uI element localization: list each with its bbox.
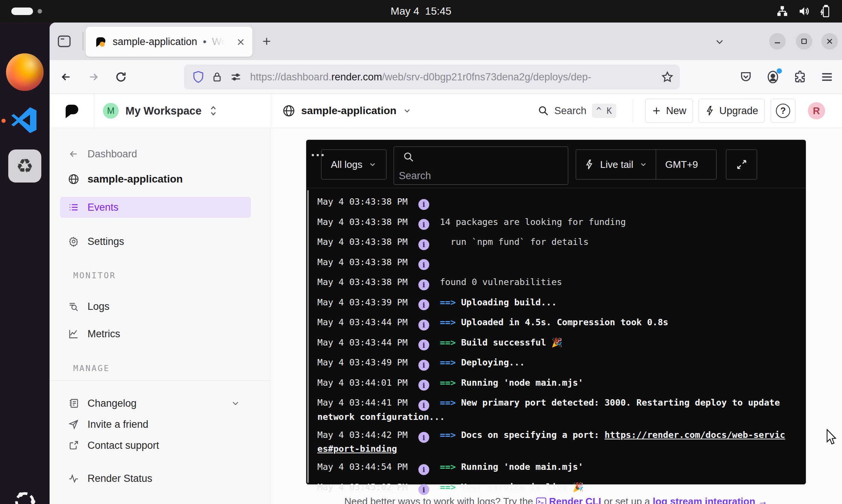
- log-entry[interactable]: May 4 03:43:44 PM i ==> Build successful…: [317, 337, 788, 351]
- account-avatar[interactable]: R: [808, 102, 825, 119]
- reload-button[interactable]: [112, 68, 130, 86]
- url-fade: [620, 67, 653, 87]
- log-entry[interactable]: May 4 03:43:49 PM i ==> Deploying...: [317, 356, 788, 371]
- help-button[interactable]: ?: [771, 99, 795, 123]
- chevron-up-down-icon: [208, 104, 218, 117]
- sidebar-item-contact-support[interactable]: Contact support: [60, 435, 251, 456]
- forward-button[interactable]: [85, 68, 102, 86]
- url-text[interactable]: https://dashboard.render.com/web/srv-d0b…: [250, 71, 680, 83]
- extensions-icon[interactable]: [792, 68, 808, 86]
- info-icon[interactable]: i: [418, 299, 429, 310]
- live-tail-dropdown[interactable]: Live tail GMT+9: [576, 149, 717, 180]
- log-arrow-prefix: ==>: [440, 337, 461, 348]
- info-icon[interactable]: i: [418, 432, 429, 443]
- vscode-icon[interactable]: [11, 106, 38, 134]
- log-entry[interactable]: May 4 03:44:54 PM i ==> Running 'node ma…: [317, 461, 788, 475]
- recycler-icon[interactable]: ♻: [8, 149, 41, 183]
- log-scrollbar[interactable]: [307, 190, 309, 483]
- sidebar-item-settings[interactable]: Settings: [60, 231, 251, 252]
- sidebar-service-title[interactable]: sample-application: [60, 169, 251, 190]
- log-footer: Need better ways to work with logs? Try …: [306, 496, 806, 504]
- url-bar[interactable]: https://dashboard.render.com/web/srv-d0b…: [184, 65, 680, 89]
- log-arrow-prefix: ==>: [440, 482, 461, 492]
- log-timestamp: May 4 03:43:38 PM: [317, 217, 408, 227]
- info-icon[interactable]: i: [418, 360, 429, 371]
- sidebar-item-events[interactable]: Events: [60, 197, 251, 218]
- new-tab-button[interactable]: [258, 33, 275, 50]
- info-icon[interactable]: i: [418, 279, 429, 290]
- info-icon[interactable]: i: [418, 219, 429, 230]
- system-clock[interactable]: May 4 15:45: [0, 0, 842, 23]
- firefox-view-button[interactable]: [56, 33, 73, 50]
- info-icon[interactable]: i: [418, 239, 429, 250]
- info-icon[interactable]: i: [418, 464, 429, 475]
- chevron-down-icon: [403, 106, 412, 115]
- tab-bar: sample-application • We: [50, 23, 842, 60]
- active-tab[interactable]: sample-application • We: [86, 27, 252, 57]
- log-entry[interactable]: May 4 03:44:41 PM i ==> New primary port…: [317, 397, 788, 423]
- permissions-icon[interactable]: [230, 71, 242, 83]
- info-icon[interactable]: i: [418, 400, 429, 411]
- log-message: Uploaded in 4.5s. Compression took 0.8s: [461, 317, 668, 327]
- log-search-box[interactable]: Search: [394, 146, 568, 185]
- sidebar-item-changelog[interactable]: Changelog: [60, 393, 251, 414]
- log-entry[interactable]: May 4 03:43:38 PM i: [317, 256, 788, 270]
- info-icon[interactable]: i: [418, 320, 429, 330]
- account-icon[interactable]: [765, 68, 781, 86]
- changelog-chevron-icon[interactable]: [231, 398, 240, 408]
- workspace-switcher[interactable]: M My Workspace: [103, 94, 218, 128]
- arrow-left-icon: [68, 149, 79, 159]
- maximize-button[interactable]: [796, 33, 812, 50]
- pocket-icon[interactable]: [738, 68, 754, 86]
- tracking-shield-icon[interactable]: [192, 71, 204, 83]
- log-arrow-prefix: ==>: [440, 297, 461, 308]
- log-stream-integration-link[interactable]: log stream integration →: [653, 496, 768, 504]
- firefox-icon[interactable]: [6, 53, 44, 91]
- log-entry[interactable]: May 4 03:45:02 PM i ==> Your service is …: [317, 481, 788, 495]
- log-entry[interactable]: May 4 03:43:38 PM i run `npm fund` for d…: [317, 236, 788, 250]
- log-filter-dropdown[interactable]: All logs: [321, 149, 386, 180]
- log-entry[interactable]: May 4 03:43:44 PM i ==> Uploaded in 4.5s…: [317, 316, 788, 330]
- metrics-chart-icon: [68, 329, 79, 339]
- info-icon[interactable]: i: [418, 259, 429, 270]
- sidebar-item-invite-friend[interactable]: Invite a friend: [60, 414, 251, 435]
- log-entry[interactable]: May 4 03:44:01 PM i ==> Running 'node ma…: [317, 377, 788, 391]
- lock-icon[interactable]: [212, 71, 222, 83]
- log-arrow-prefix: ==>: [440, 377, 461, 388]
- log-entry[interactable]: May 4 03:43:38 PM i: [317, 196, 788, 210]
- service-switcher[interactable]: sample-application: [282, 94, 412, 128]
- external-link-icon: [68, 440, 79, 451]
- changelog-icon: [68, 398, 79, 409]
- info-icon[interactable]: i: [418, 199, 429, 210]
- back-button[interactable]: [57, 68, 75, 86]
- expand-logs-button[interactable]: [726, 149, 757, 180]
- system-tray[interactable]: [777, 0, 831, 23]
- new-button[interactable]: New: [645, 99, 693, 123]
- info-icon[interactable]: i: [418, 380, 429, 391]
- log-entries[interactable]: May 4 03:43:38 PM i May 4 03:43:38 PM i …: [317, 190, 788, 501]
- menu-hamburger-icon[interactable]: [819, 68, 835, 86]
- ubuntu-icon[interactable]: [11, 488, 38, 504]
- minimize-button[interactable]: [769, 33, 786, 50]
- sidebar-item-metrics[interactable]: Metrics: [60, 323, 251, 344]
- render-cli-link[interactable]: Render CLI: [549, 496, 601, 504]
- log-entry[interactable]: May 4 03:43:38 PM i 14 packages are look…: [317, 216, 788, 230]
- log-entry[interactable]: May 4 03:43:38 PM i found 0 vulnerabilit…: [317, 276, 788, 290]
- log-arrow-prefix: ==>: [440, 317, 461, 327]
- log-entry[interactable]: May 4 03:43:39 PM i ==> Uploading build.…: [317, 296, 788, 311]
- timezone-label[interactable]: GMT+9: [665, 159, 698, 171]
- close-button[interactable]: [821, 33, 838, 50]
- sidebar-item-render-status[interactable]: Render Status: [60, 468, 251, 489]
- sidebar-back-dashboard[interactable]: Dashboard: [60, 143, 251, 164]
- render-logo[interactable]: [50, 94, 94, 128]
- log-entry[interactable]: May 4 03:44:42 PM i ==> Docs on specifyi…: [317, 429, 788, 455]
- sidebar-item-logs[interactable]: Logs: [60, 296, 251, 317]
- info-icon[interactable]: i: [418, 340, 429, 350]
- tab-list-chevron-icon[interactable]: [711, 36, 728, 47]
- info-icon[interactable]: i: [418, 484, 429, 495]
- global-search-button[interactable]: Search ^ K: [538, 94, 616, 128]
- vscode-running-dot: [2, 119, 6, 123]
- bookmark-star-icon[interactable]: [660, 70, 675, 84]
- tab-close-icon[interactable]: [234, 36, 247, 48]
- upgrade-button[interactable]: Upgrade: [699, 99, 765, 123]
